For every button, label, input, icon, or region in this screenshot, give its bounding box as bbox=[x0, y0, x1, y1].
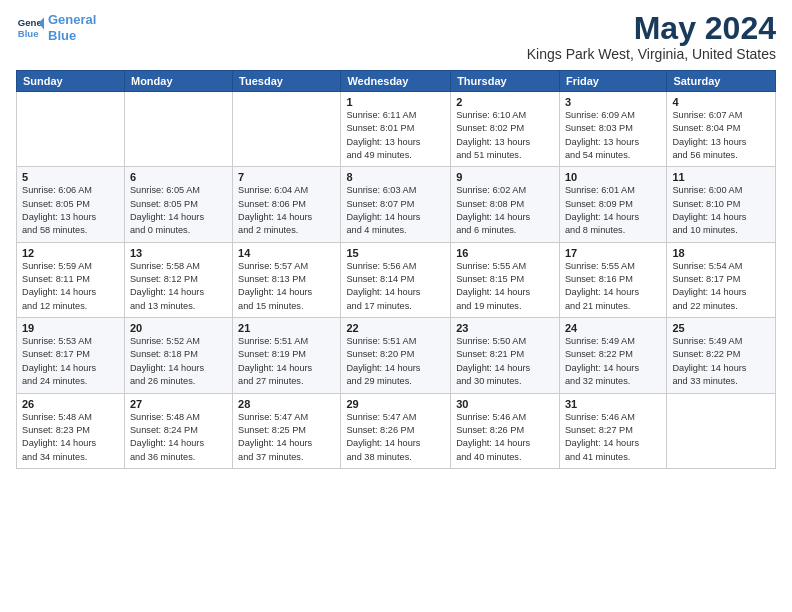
svg-text:Blue: Blue bbox=[18, 27, 39, 38]
day-info: Sunrise: 6:04 AM Sunset: 8:06 PM Dayligh… bbox=[238, 184, 335, 237]
day-info: Sunrise: 6:06 AM Sunset: 8:05 PM Dayligh… bbox=[22, 184, 119, 237]
subtitle: Kings Park West, Virginia, United States bbox=[527, 46, 776, 62]
header: General Blue GeneralBlue May 2024 Kings … bbox=[16, 12, 776, 62]
day-info: Sunrise: 5:55 AM Sunset: 8:15 PM Dayligh… bbox=[456, 260, 554, 313]
header-wednesday: Wednesday bbox=[341, 71, 451, 92]
header-tuesday: Tuesday bbox=[233, 71, 341, 92]
calendar-cell bbox=[233, 92, 341, 167]
calendar-cell: 5Sunrise: 6:06 AM Sunset: 8:05 PM Daylig… bbox=[17, 167, 125, 242]
title-block: May 2024 Kings Park West, Virginia, Unit… bbox=[527, 12, 776, 62]
day-info: Sunrise: 5:47 AM Sunset: 8:25 PM Dayligh… bbox=[238, 411, 335, 464]
calendar-cell: 15Sunrise: 5:56 AM Sunset: 8:14 PM Dayli… bbox=[341, 242, 451, 317]
day-info: Sunrise: 6:10 AM Sunset: 8:02 PM Dayligh… bbox=[456, 109, 554, 162]
day-info: Sunrise: 5:46 AM Sunset: 8:27 PM Dayligh… bbox=[565, 411, 661, 464]
calendar-cell: 12Sunrise: 5:59 AM Sunset: 8:11 PM Dayli… bbox=[17, 242, 125, 317]
page: General Blue GeneralBlue May 2024 Kings … bbox=[0, 0, 792, 477]
day-number: 28 bbox=[238, 398, 335, 410]
calendar-week-2: 12Sunrise: 5:59 AM Sunset: 8:11 PM Dayli… bbox=[17, 242, 776, 317]
calendar-cell: 9Sunrise: 6:02 AM Sunset: 8:08 PM Daylig… bbox=[451, 167, 560, 242]
calendar-header-row: Sunday Monday Tuesday Wednesday Thursday… bbox=[17, 71, 776, 92]
day-number: 25 bbox=[672, 322, 770, 334]
day-info: Sunrise: 5:48 AM Sunset: 8:23 PM Dayligh… bbox=[22, 411, 119, 464]
day-number: 18 bbox=[672, 247, 770, 259]
day-info: Sunrise: 6:03 AM Sunset: 8:07 PM Dayligh… bbox=[346, 184, 445, 237]
calendar-cell: 3Sunrise: 6:09 AM Sunset: 8:03 PM Daylig… bbox=[559, 92, 666, 167]
calendar-cell: 31Sunrise: 5:46 AM Sunset: 8:27 PM Dayli… bbox=[559, 393, 666, 468]
calendar-cell bbox=[17, 92, 125, 167]
day-number: 14 bbox=[238, 247, 335, 259]
calendar-cell: 23Sunrise: 5:50 AM Sunset: 8:21 PM Dayli… bbox=[451, 318, 560, 393]
calendar-cell: 28Sunrise: 5:47 AM Sunset: 8:25 PM Dayli… bbox=[233, 393, 341, 468]
header-monday: Monday bbox=[124, 71, 232, 92]
header-thursday: Thursday bbox=[451, 71, 560, 92]
day-number: 29 bbox=[346, 398, 445, 410]
day-number: 7 bbox=[238, 171, 335, 183]
calendar-cell: 8Sunrise: 6:03 AM Sunset: 8:07 PM Daylig… bbox=[341, 167, 451, 242]
calendar-cell: 18Sunrise: 5:54 AM Sunset: 8:17 PM Dayli… bbox=[667, 242, 776, 317]
day-info: Sunrise: 5:49 AM Sunset: 8:22 PM Dayligh… bbox=[565, 335, 661, 388]
calendar-cell: 16Sunrise: 5:55 AM Sunset: 8:15 PM Dayli… bbox=[451, 242, 560, 317]
day-info: Sunrise: 5:53 AM Sunset: 8:17 PM Dayligh… bbox=[22, 335, 119, 388]
calendar-cell: 6Sunrise: 6:05 AM Sunset: 8:05 PM Daylig… bbox=[124, 167, 232, 242]
calendar-cell: 13Sunrise: 5:58 AM Sunset: 8:12 PM Dayli… bbox=[124, 242, 232, 317]
calendar-cell: 29Sunrise: 5:47 AM Sunset: 8:26 PM Dayli… bbox=[341, 393, 451, 468]
day-number: 24 bbox=[565, 322, 661, 334]
day-info: Sunrise: 5:48 AM Sunset: 8:24 PM Dayligh… bbox=[130, 411, 227, 464]
calendar-cell: 24Sunrise: 5:49 AM Sunset: 8:22 PM Dayli… bbox=[559, 318, 666, 393]
day-info: Sunrise: 5:52 AM Sunset: 8:18 PM Dayligh… bbox=[130, 335, 227, 388]
calendar-cell: 1Sunrise: 6:11 AM Sunset: 8:01 PM Daylig… bbox=[341, 92, 451, 167]
day-number: 13 bbox=[130, 247, 227, 259]
day-number: 6 bbox=[130, 171, 227, 183]
day-number: 31 bbox=[565, 398, 661, 410]
calendar-week-4: 26Sunrise: 5:48 AM Sunset: 8:23 PM Dayli… bbox=[17, 393, 776, 468]
day-info: Sunrise: 6:00 AM Sunset: 8:10 PM Dayligh… bbox=[672, 184, 770, 237]
day-number: 26 bbox=[22, 398, 119, 410]
header-friday: Friday bbox=[559, 71, 666, 92]
day-info: Sunrise: 6:01 AM Sunset: 8:09 PM Dayligh… bbox=[565, 184, 661, 237]
day-info: Sunrise: 5:51 AM Sunset: 8:19 PM Dayligh… bbox=[238, 335, 335, 388]
day-number: 17 bbox=[565, 247, 661, 259]
calendar-cell: 22Sunrise: 5:51 AM Sunset: 8:20 PM Dayli… bbox=[341, 318, 451, 393]
calendar-cell: 19Sunrise: 5:53 AM Sunset: 8:17 PM Dayli… bbox=[17, 318, 125, 393]
day-info: Sunrise: 5:58 AM Sunset: 8:12 PM Dayligh… bbox=[130, 260, 227, 313]
calendar-cell bbox=[667, 393, 776, 468]
calendar-cell: 11Sunrise: 6:00 AM Sunset: 8:10 PM Dayli… bbox=[667, 167, 776, 242]
day-number: 10 bbox=[565, 171, 661, 183]
day-info: Sunrise: 5:55 AM Sunset: 8:16 PM Dayligh… bbox=[565, 260, 661, 313]
day-number: 27 bbox=[130, 398, 227, 410]
day-info: Sunrise: 6:07 AM Sunset: 8:04 PM Dayligh… bbox=[672, 109, 770, 162]
day-number: 23 bbox=[456, 322, 554, 334]
calendar-cell: 27Sunrise: 5:48 AM Sunset: 8:24 PM Dayli… bbox=[124, 393, 232, 468]
calendar-cell: 26Sunrise: 5:48 AM Sunset: 8:23 PM Dayli… bbox=[17, 393, 125, 468]
day-info: Sunrise: 5:59 AM Sunset: 8:11 PM Dayligh… bbox=[22, 260, 119, 313]
day-number: 3 bbox=[565, 96, 661, 108]
day-info: Sunrise: 5:46 AM Sunset: 8:26 PM Dayligh… bbox=[456, 411, 554, 464]
logo: General Blue GeneralBlue bbox=[16, 12, 96, 43]
day-number: 11 bbox=[672, 171, 770, 183]
day-info: Sunrise: 5:56 AM Sunset: 8:14 PM Dayligh… bbox=[346, 260, 445, 313]
main-title: May 2024 bbox=[527, 12, 776, 44]
calendar-cell bbox=[124, 92, 232, 167]
logo-text: GeneralBlue bbox=[48, 12, 96, 43]
day-number: 21 bbox=[238, 322, 335, 334]
day-number: 30 bbox=[456, 398, 554, 410]
logo-icon: General Blue bbox=[16, 14, 44, 42]
day-number: 15 bbox=[346, 247, 445, 259]
day-number: 2 bbox=[456, 96, 554, 108]
calendar-cell: 4Sunrise: 6:07 AM Sunset: 8:04 PM Daylig… bbox=[667, 92, 776, 167]
day-info: Sunrise: 5:50 AM Sunset: 8:21 PM Dayligh… bbox=[456, 335, 554, 388]
day-number: 1 bbox=[346, 96, 445, 108]
calendar-cell: 20Sunrise: 5:52 AM Sunset: 8:18 PM Dayli… bbox=[124, 318, 232, 393]
day-number: 5 bbox=[22, 171, 119, 183]
header-saturday: Saturday bbox=[667, 71, 776, 92]
calendar-cell: 2Sunrise: 6:10 AM Sunset: 8:02 PM Daylig… bbox=[451, 92, 560, 167]
calendar-cell: 25Sunrise: 5:49 AM Sunset: 8:22 PM Dayli… bbox=[667, 318, 776, 393]
calendar-week-1: 5Sunrise: 6:06 AM Sunset: 8:05 PM Daylig… bbox=[17, 167, 776, 242]
day-number: 8 bbox=[346, 171, 445, 183]
day-info: Sunrise: 6:02 AM Sunset: 8:08 PM Dayligh… bbox=[456, 184, 554, 237]
day-number: 9 bbox=[456, 171, 554, 183]
day-number: 4 bbox=[672, 96, 770, 108]
calendar-cell: 7Sunrise: 6:04 AM Sunset: 8:06 PM Daylig… bbox=[233, 167, 341, 242]
day-number: 16 bbox=[456, 247, 554, 259]
day-info: Sunrise: 5:54 AM Sunset: 8:17 PM Dayligh… bbox=[672, 260, 770, 313]
